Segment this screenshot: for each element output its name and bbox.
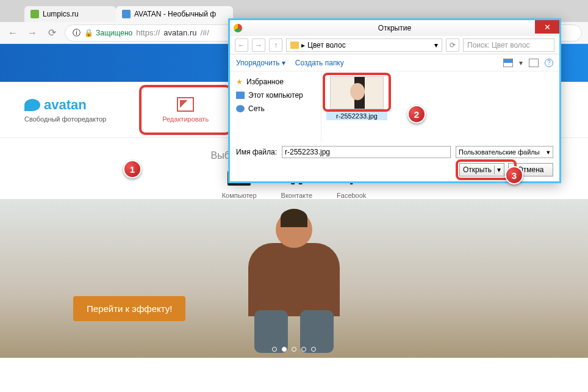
tab-title: AVATAN - Необычный ф [134,10,216,18]
star-icon: ★ [236,78,243,86]
dialog-titlebar: Открытие ✕ [230,20,559,36]
file-item[interactable]: r-2552233.jpg [326,76,387,120]
callout-badge-3: 3 [505,166,523,184]
logo-block[interactable]: avatan Свободный фоторедактор [24,97,106,123]
browser-tab[interactable]: AVATAN - Необычный ф [116,6,233,22]
slide-dot[interactable] [272,347,277,352]
slide-dots [272,347,316,352]
sidebar-network[interactable]: Сеть [236,102,315,115]
hero-person [215,211,373,358]
url-domain: avatan.ru [163,28,196,37]
brand-logo: avatan [24,97,106,113]
dialog-title: Открытие [378,24,411,32]
sort-menu[interactable]: Упорядочить ▾ [236,59,285,67]
edit-button[interactable]: Редактировать [143,89,228,131]
tagline: Свободный фоторедактор [24,115,106,123]
tab-title: Lumpics.ru [43,10,79,18]
url-scheme: https:// [136,28,160,37]
browser-tab[interactable]: Lumpics.ru [24,6,116,22]
help-icon[interactable]: ? [545,59,553,67]
back-button[interactable]: ← [6,26,20,40]
preview-icon[interactable] [529,59,539,67]
nav-back-button[interactable]: ← [235,38,248,52]
sidebar-computer[interactable]: Этот компьютер [236,89,315,102]
filename-label: Имя файла: [236,148,277,156]
network-icon [236,105,245,112]
forward-button[interactable]: → [26,26,39,40]
reload-button[interactable]: ⟳ [45,26,59,40]
info-icon: ⓘ [73,27,81,38]
slide-dot[interactable] [301,347,306,352]
image-icon [177,97,194,112]
folder-icon [290,42,299,49]
dialog-nav: ← → ↑ ▸ Цвет волос ▾ ⟳ Поиск: Цвет волос [230,36,559,54]
dialog-sidebar: ★Избранное Этот компьютер Сеть [230,71,321,142]
close-button[interactable]: ✕ [535,20,559,34]
filetype-select[interactable]: Пользовательские файлы▾ [456,146,553,158]
slide-dot[interactable] [311,347,316,352]
breadcrumb[interactable]: ▸ Цвет волос ▾ [286,38,442,52]
slide-dot[interactable] [292,347,296,352]
nav-up-button[interactable]: ↑ [269,38,282,52]
whale-icon [24,99,40,111]
url-path: /#/ [200,28,209,37]
favicon-icon [122,10,131,18]
file-list[interactable]: r-2552233.jpg [321,71,559,142]
secure-badge: 🔒 Защищено [84,29,132,37]
computer-icon [236,92,245,99]
search-input[interactable]: Поиск: Цвет волос [463,38,554,52]
sidebar-favorites[interactable]: ★Избранное [236,75,315,89]
view-icon[interactable] [503,59,513,67]
file-open-dialog: Открытие ✕ ← → ↑ ▸ Цвет волос ▾ ⟳ Поиск:… [228,18,561,183]
favicon-icon [30,10,39,18]
callout-badge-2: 2 [407,105,426,123]
refresh-button[interactable]: ⟳ [446,38,459,52]
new-folder-button[interactable]: Создать папку [295,59,344,67]
chrome-icon [234,24,242,32]
file-name-label: r-2552233.jpg [326,112,387,120]
cta-button[interactable]: Перейти к эффекту! [73,296,185,321]
filename-input[interactable] [282,146,451,158]
slide-dot[interactable] [282,347,287,352]
hero-slide: Перейти к эффекту! [0,199,588,358]
breadcrumb-folder: Цвет волос [307,41,346,49]
thumbnail-image [330,76,384,109]
callout-badge-1: 1 [123,160,142,178]
dialog-toolbar: Упорядочить ▾ Создать папку ▾ ? [230,54,559,71]
nav-forward-button[interactable]: → [252,38,265,52]
